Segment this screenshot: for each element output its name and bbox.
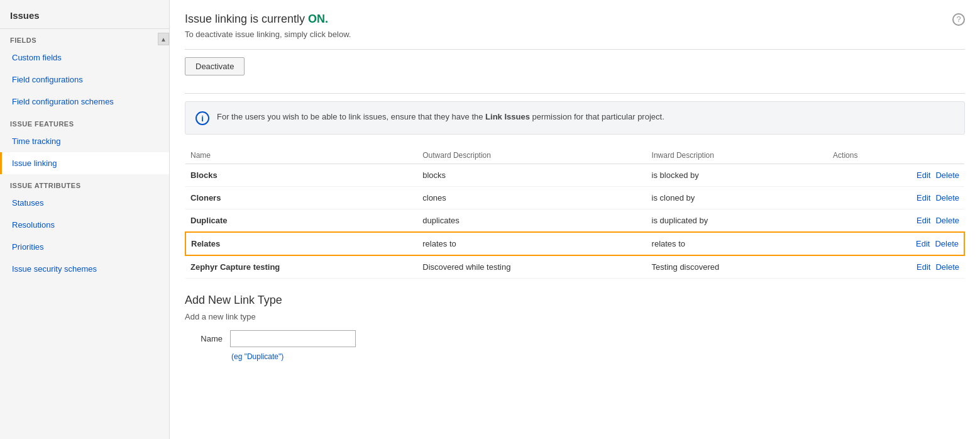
name-input[interactable] (230, 330, 356, 347)
sidebar-item-resolutions[interactable]: Resolutions (0, 214, 169, 236)
divider-2 (185, 93, 965, 94)
col-inward: Inward Description (647, 147, 828, 164)
add-section-title: Add New Link Type (185, 294, 965, 307)
sidebar-item-field-configuration-schemes[interactable]: Field configuration schemes (0, 91, 169, 113)
page-header: Issue linking is currently ON. ? (185, 13, 965, 26)
table-header-row: Name Outward Description Inward Descript… (185, 147, 964, 164)
page-title-status: ON. (308, 13, 328, 25)
sidebar-section-fields: FIELDS (0, 29, 169, 47)
help-icon[interactable]: ? (952, 13, 965, 26)
info-text: For the users you wish to be able to lin… (217, 111, 664, 123)
cell-actions: EditDelete (828, 187, 964, 209)
cell-inward: is cloned by (647, 187, 828, 209)
main-content: Issue linking is currently ON. ? To deac… (170, 0, 980, 439)
cell-name: Zephyr Capture testing (185, 255, 417, 279)
name-hint-suffix: ) (281, 352, 284, 361)
name-label: Name (185, 334, 223, 343)
cell-name: Blocks (185, 164, 417, 187)
cell-actions: EditDelete (828, 164, 964, 187)
info-icon: i (195, 111, 209, 125)
delete-link[interactable]: Delete (935, 239, 959, 248)
info-text-bold: Link Issues (485, 112, 530, 121)
cell-inward: is blocked by (647, 164, 828, 187)
table-row: Duplicateduplicatesis duplicated byEditD… (185, 209, 964, 233)
info-text-after: permission for that particular project. (530, 112, 664, 121)
sidebar-title: Issues (0, 0, 169, 29)
name-hint: (eg "Duplicate") (231, 352, 965, 361)
table-row: Zephyr Capture testingDiscovered while t… (185, 255, 964, 279)
sidebar-item-issue-linking[interactable]: Issue linking (0, 152, 169, 174)
sidebar-item-field-configurations[interactable]: Field configurations (0, 69, 169, 91)
name-hint-value: "Duplicate" (245, 352, 282, 361)
sidebar-item-issue-security-schemes[interactable]: Issue security schemes (0, 258, 169, 280)
sidebar-item-custom-fields[interactable]: Custom fields (0, 47, 169, 69)
name-hint-prefix: (eg (231, 352, 245, 361)
sidebar-section-issue-attributes: ISSUE ATTRIBUTES (0, 174, 169, 192)
col-actions: Actions (828, 147, 964, 164)
table-row: Blocksblocksis blocked byEditDelete (185, 164, 964, 187)
table-row: Clonersclonesis cloned byEditDelete (185, 187, 964, 209)
edit-link[interactable]: Edit (917, 193, 930, 203)
cell-actions: EditDelete (828, 232, 964, 255)
link-types-table: Name Outward Description Inward Descript… (185, 147, 965, 279)
sidebar-item-priorities[interactable]: Priorities (0, 236, 169, 258)
edit-link[interactable]: Edit (917, 262, 930, 272)
name-form-row: Name (185, 330, 965, 347)
edit-link[interactable]: Edit (917, 170, 930, 180)
cell-actions: EditDelete (828, 209, 964, 233)
cell-actions: EditDelete (828, 255, 964, 279)
add-section-subtitle: Add a new link type (185, 312, 965, 321)
info-box: i For the users you wish to be able to l… (185, 101, 965, 135)
page-title: Issue linking is currently ON. (185, 13, 328, 26)
cell-outward: duplicates (417, 209, 646, 233)
cell-name: Duplicate (185, 209, 417, 233)
cell-name: Relates (185, 232, 417, 255)
table-row: Relatesrelates torelates toEditDelete (185, 232, 964, 255)
info-text-before: For the users you wish to be able to lin… (217, 112, 485, 121)
sidebar-item-statuses[interactable]: Statuses (0, 192, 169, 214)
edit-link[interactable]: Edit (916, 239, 930, 248)
edit-link[interactable]: Edit (917, 216, 930, 225)
cell-outward: Discovered while testing (417, 255, 646, 279)
cell-inward: relates to (647, 232, 828, 255)
page-title-prefix: Issue linking is currently (185, 13, 308, 25)
cell-outward: blocks (417, 164, 646, 187)
delete-link[interactable]: Delete (935, 193, 959, 203)
cell-name: Cloners (185, 187, 417, 209)
delete-link[interactable]: Delete (935, 262, 959, 272)
col-outward: Outward Description (417, 147, 646, 164)
page-subtitle: To deactivate issue linking, simply clic… (185, 30, 965, 39)
cell-outward: clones (417, 187, 646, 209)
cell-inward: is duplicated by (647, 209, 828, 233)
deactivate-button[interactable]: Deactivate (185, 57, 245, 75)
col-name: Name (185, 147, 417, 164)
cell-inward: Testing discovered (647, 255, 828, 279)
sidebar-scroll-up[interactable]: ▲ (158, 33, 169, 45)
add-link-type-section: Add New Link Type Add a new link type Na… (185, 294, 965, 361)
cell-outward: relates to (417, 232, 646, 255)
delete-link[interactable]: Delete (935, 216, 959, 225)
divider-1 (185, 49, 965, 50)
sidebar-item-time-tracking[interactable]: Time tracking (0, 130, 169, 152)
sidebar: Issues ▲ FIELDS Custom fields Field conf… (0, 0, 170, 439)
delete-link[interactable]: Delete (935, 170, 959, 180)
sidebar-section-issue-features: ISSUE FEATURES (0, 113, 169, 130)
